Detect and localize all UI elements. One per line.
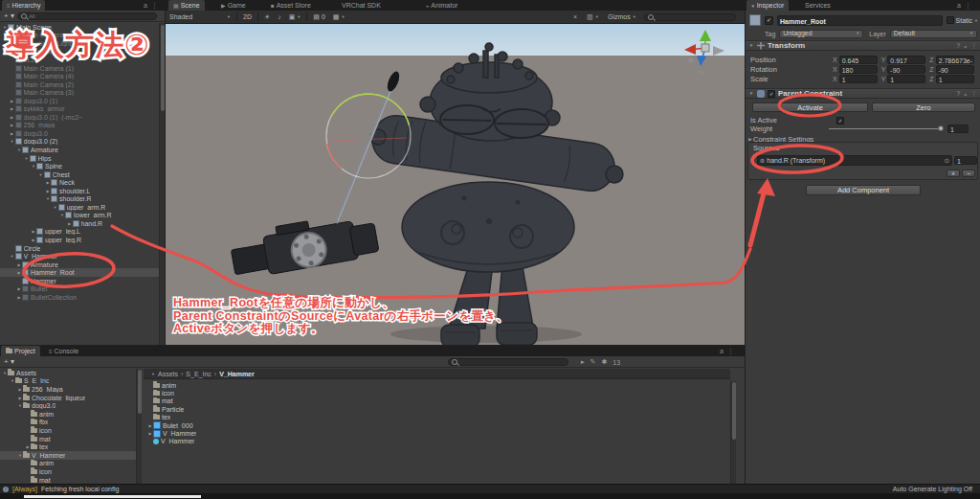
hierarchy-item-Hips[interactable]: ▼Hips — [0, 154, 159, 163]
axis-gizmo[interactable]: Iso — [684, 30, 724, 75]
presets-icon[interactable]: ₌ — [964, 42, 967, 50]
scale-x-field[interactable]: 1 — [839, 75, 878, 83]
remove-source-button[interactable]: − — [962, 170, 975, 177]
project-folder-V_Hammer[interactable]: ▼V_Hammer — [0, 451, 136, 460]
static-checkbox[interactable] — [947, 16, 954, 24]
tab-asset-store[interactable]: ■ Asset Store — [266, 0, 316, 11]
hierarchy-item-Main Camera (4)[interactable]: Main Camera (4) — [0, 72, 159, 80]
hierarchy-item-Armature[interactable]: ▶Armature — [0, 261, 159, 269]
asset-item-V_Hammer[interactable]: V_Hammer — [144, 438, 727, 445]
gizmos-dropdown[interactable]: Gizmos ▼ — [604, 11, 640, 23]
asset-item-V_Hammer[interactable]: ▶V_Hammer — [144, 429, 727, 437]
z-axis-cone[interactable] — [697, 56, 706, 66]
hierarchy-item-upper_leg.L[interactable]: ▶upper_leg.L — [0, 228, 159, 237]
hierarchy-item-GameObject[interactable]: GameObject — [0, 48, 159, 57]
source-weight-field[interactable]: 1 — [954, 156, 977, 165]
back-axis-dot[interactable] — [688, 57, 694, 63]
is-active-checkbox[interactable]: ✓ — [836, 117, 844, 125]
scene-camera-dropdown[interactable]: ▥ ▼ — [583, 11, 603, 23]
asset-item-Bulet_000[interactable]: ▶Bulet_000 — [144, 421, 727, 429]
kebab-menu-icon[interactable]: ⋮ — [971, 90, 978, 98]
asset-item-mat[interactable]: mat — [144, 397, 727, 405]
hierarchy-item-shoulder.L[interactable]: ▶shoulder.L — [0, 187, 159, 195]
static-label[interactable]: Static — [956, 17, 973, 24]
hierarchy-item-Armature[interactable]: ▼Armature — [0, 146, 159, 154]
position-y-field[interactable]: 0.917 — [887, 56, 925, 64]
tab-animator[interactable]: » Animator — [421, 0, 462, 11]
hierarchy-item-dogu3.0 (1)_(-mc2~[interactable]: ▶dogu3.0 (1)_(-mc2~ — [0, 113, 159, 122]
help-icon[interactable]: ? — [956, 42, 960, 50]
project-folder-fbx[interactable]: fbx — [0, 419, 136, 427]
object-picker-icon[interactable]: ⊙ — [945, 155, 949, 166]
auto-generate-lighting-button[interactable]: Auto Generate Lighting Off — [893, 486, 972, 492]
add-source-button[interactable]: + — [947, 170, 960, 177]
hierarchy-item-Hammer[interactable]: Hammer — [0, 277, 159, 285]
scale-z-field[interactable]: 1 — [936, 75, 974, 83]
x-axis-cone[interactable] — [684, 44, 696, 55]
hierarchy-item-shoulder.R[interactable]: ▼shoulder.R — [0, 194, 159, 203]
tab-scene[interactable]: ▦ Scene — [168, 0, 205, 11]
hierarchy-item-Circle[interactable]: Circle — [0, 244, 159, 253]
hierarchy-item-Main Camera (2)[interactable]: Main Camera (2) — [0, 80, 159, 89]
scrollbar-thumb[interactable] — [732, 382, 736, 440]
project-folder-icon[interactable]: icon — [0, 426, 136, 435]
project-folder-256_Maya[interactable]: ▶256_Maya — [0, 385, 136, 394]
scrollbar-thumb[interactable] — [138, 370, 142, 414]
hierarchy-item-Main Camera (1)[interactable]: Main Camera (1) — [0, 64, 159, 73]
tab-hierarchy[interactable]: ≡ Hierarchy — [2, 0, 45, 11]
hierarchy-item-Neck[interactable]: ▶Neck — [0, 178, 159, 187]
hierarchy-item-upper_arm.R[interactable]: ▼upper_arm.R — [0, 203, 159, 212]
weight-slider[interactable] — [829, 128, 942, 130]
position-z-field[interactable]: 2.786673e-1 — [936, 56, 974, 64]
kebab-menu-icon[interactable]: ⋮ — [971, 42, 978, 50]
scene-viewport[interactable]: Iso — [166, 24, 745, 345]
activate-button[interactable]: Activate — [752, 102, 868, 112]
gizmo-center-cube[interactable] — [702, 44, 709, 52]
project-folder-mat[interactable]: mat — [0, 435, 136, 443]
hierarchy-scrollbar[interactable] — [159, 23, 165, 345]
asset-list-scrollbar[interactable] — [730, 381, 736, 485]
scale-y-field[interactable]: 1 — [887, 75, 925, 83]
component-enabled-checkbox[interactable]: ✓ — [768, 90, 775, 98]
project-folder-Assets[interactable]: ▼Assets — [0, 369, 136, 377]
lighting-toggle[interactable]: ☀ — [260, 11, 274, 23]
rotation-z-field[interactable]: -90 — [936, 65, 974, 74]
lock-icon[interactable] — [720, 348, 724, 354]
hierarchy-item-V_Hammer[interactable]: ▼V_Hammer — [0, 252, 159, 261]
y-axis-cone[interactable] — [700, 30, 711, 41]
tab-console[interactable]: ≡ Console — [44, 346, 83, 356]
project-folder-dogu3.0[interactable]: ▼dogu3.0 — [0, 401, 136, 410]
project-corner-icons[interactable] — [720, 346, 734, 356]
active-checkbox[interactable]: ✓ — [765, 16, 773, 25]
tag-dropdown[interactable]: Untagged▼ — [779, 30, 863, 38]
asset-item-Particle[interactable]: Particle — [144, 405, 727, 413]
presets-icon[interactable]: ₌ — [964, 90, 967, 98]
project-toolbar-icons[interactable]: ▸ ✎ ✱ 13 — [581, 358, 620, 366]
component-header-icons[interactable]: ? ₌ ⋮ — [956, 42, 977, 50]
project-tree-scrollbar[interactable] — [136, 369, 142, 485]
breadcrumb-folder[interactable]: S_E_Inc — [186, 371, 211, 377]
kebab-menu-icon[interactable] — [727, 348, 734, 355]
parent-constraint-header[interactable]: ▼ ✓ Parent Constraint ? ₌ ⋮ — [746, 88, 980, 99]
tool-icon[interactable]: × — [569, 11, 581, 23]
shading-dropdown[interactable]: Shaded ▼ — [166, 11, 234, 23]
toggle-2d[interactable]: 2D — [239, 11, 256, 23]
hierarchy-item-Chest[interactable]: ▼Chest — [0, 170, 159, 179]
hierarchy-corner-icons[interactable] — [144, 0, 158, 11]
asset-item-anim[interactable]: anim — [144, 381, 727, 389]
breadcrumb-assets[interactable]: Assets — [158, 371, 178, 377]
rotation-x-field[interactable]: 180 — [839, 65, 878, 74]
create-object-button[interactable]: + ▾ — [2, 12, 17, 20]
zero-button[interactable]: Zero — [872, 102, 975, 112]
hierarchy-item-Main Scene[interactable]: ▼Main Scene — [0, 23, 159, 32]
asset-item-icon[interactable]: icon — [144, 389, 727, 397]
component-header-icons[interactable]: ? ₌ ⋮ — [956, 90, 977, 98]
kebab-menu-icon[interactable] — [965, 2, 971, 10]
back-axis-cone[interactable] — [713, 46, 724, 56]
transform-header[interactable]: ▼ Transform ? ₌ ⋮ — [746, 40, 980, 51]
project-folder-Chocolate_liqueur[interactable]: ▶Chocolate_liqueur — [0, 394, 136, 402]
breadcrumb-current[interactable]: V_Hammer — [219, 371, 255, 377]
scene-search-input[interactable] — [644, 13, 736, 21]
slider-knob[interactable] — [938, 125, 944, 131]
hierarchy-item-LL22[interactable]: LL22 — [0, 56, 159, 64]
